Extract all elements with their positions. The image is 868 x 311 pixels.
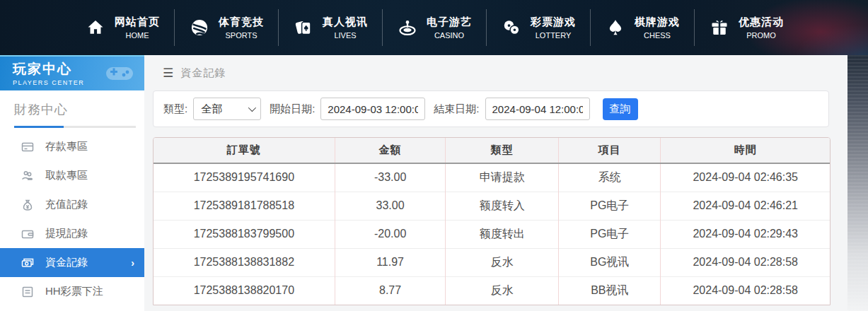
nav-label-zh: 网站首页	[115, 16, 160, 29]
column-header-2: 類型	[446, 138, 559, 163]
sidebar: 玩家中心 PLAYERS CENTER 財務中心 存款專區取款專區充值記錄提現記…	[0, 55, 144, 311]
records-table-container: 訂單號金額類型項目時間 1725389195741690-33.00申请提款系统…	[153, 137, 831, 305]
sidebar-item-label: 存款專區	[45, 140, 88, 153]
nav-label-en: CASINO	[427, 31, 472, 40]
table-cell: 2024-09-04 02:46:21	[661, 192, 830, 220]
table-cell: 2024-09-04 02:29:43	[661, 220, 830, 248]
cashout-icon	[21, 228, 34, 240]
table-cell: 1725389195741690	[154, 163, 335, 192]
sidebar-item-4[interactable]: 資金記錄›	[0, 248, 144, 277]
sidebar-item-label: 提現記錄	[45, 227, 88, 240]
nav-label-zh: 棋牌游戏	[635, 16, 680, 29]
nav-label-zh: 电子游艺	[427, 16, 472, 29]
home-icon	[85, 17, 106, 38]
sidebar-item-2[interactable]: 充值記錄	[0, 190, 144, 219]
section-title: 財務中心	[14, 101, 144, 118]
table-row: 172538813883188211.97反水BG视讯2024-09-04 02…	[154, 248, 830, 276]
lottery-balls-icon	[501, 17, 522, 38]
sidebar-item-label: 充值記錄	[45, 198, 88, 211]
type-select-value: 全部	[201, 102, 222, 116]
column-header-1: 金額	[335, 138, 446, 163]
playing-cards-icon	[293, 17, 314, 38]
withdraw-icon	[21, 170, 34, 182]
nav-label-en: LIVES	[323, 31, 368, 40]
sidebar-item-6[interactable]: 魔宾投註記錄	[0, 306, 144, 311]
records-table: 訂單號金額類型項目時間 1725389195741690-33.00申请提款系统…	[154, 138, 830, 305]
table-cell: 11.97	[335, 248, 446, 276]
funds-icon	[21, 257, 34, 269]
type-label: 類型:	[163, 102, 187, 116]
table-cell: 8.77	[335, 276, 446, 305]
search-button[interactable]: 查詢	[603, 98, 638, 120]
table-cell: BG视讯	[559, 248, 661, 276]
table-cell: 额度转入	[446, 192, 559, 220]
table-cell: 1725388138820170	[154, 276, 335, 305]
table-cell: 反水	[446, 248, 559, 276]
sidebar-item-label: 取款專區	[45, 169, 88, 182]
table-cell: 1725388138831882	[154, 248, 335, 276]
nav-item-lives[interactable]: 真人视讯LIVES	[278, 9, 382, 46]
gamepad-icon	[103, 61, 136, 88]
start-date-label: 開始日期:	[270, 102, 315, 116]
table-cell: PG电子	[559, 220, 661, 248]
column-header-0: 訂單號	[154, 138, 335, 163]
table-cell: 反水	[446, 276, 559, 305]
column-header-4: 時間	[661, 138, 830, 163]
nav-item-sports[interactable]: 体育竞技SPORTS	[174, 9, 278, 46]
chevron-down-icon	[248, 104, 256, 112]
table-row: 172538918178851833.00额度转入PG电子2024-09-04 …	[154, 192, 830, 220]
nav-item-promo[interactable]: 优惠活动PROMO	[694, 9, 798, 46]
nav-label-zh: 优惠活动	[739, 16, 784, 29]
nav-label-en: PROMO	[739, 31, 784, 40]
end-date-label: 結束日期:	[434, 102, 479, 116]
table-cell: PG电子	[559, 192, 661, 220]
table-cell: 2024-09-04 02:28:58	[661, 248, 830, 276]
sidebar-item-label: 資金記錄	[45, 256, 88, 269]
roulette-icon	[397, 17, 418, 38]
table-cell: 33.00	[335, 192, 446, 220]
chevron-right-icon: ›	[131, 257, 134, 269]
sidebar-item-1[interactable]: 取款專區	[0, 161, 144, 190]
nav-item-home[interactable]: 网站首页HOME	[71, 9, 174, 46]
hamburger-icon[interactable]: ☰	[163, 67, 173, 79]
table-body: 1725389195741690-33.00申请提款系统2024-09-04 0…	[154, 163, 830, 305]
table-cell: 系统	[559, 163, 661, 192]
table-cell: -33.00	[335, 163, 446, 192]
table-cell: 2024-09-04 02:46:35	[661, 163, 830, 192]
table-cell: 1725388183799500	[154, 220, 335, 248]
gift-icon	[709, 17, 730, 38]
deposit-icon	[21, 141, 34, 153]
column-header-3: 項目	[559, 138, 661, 163]
nav-item-chess[interactable]: 棋牌游戏CHESS	[590, 9, 694, 46]
table-row: 1725388183799500-20.00额度转出PG电子2024-09-04…	[154, 220, 830, 248]
type-select[interactable]: 全部	[193, 98, 261, 120]
top-nav-items: 网站首页HOME体育竞技SPORTS真人视讯LIVES电子游艺CASINO彩票游…	[0, 0, 868, 55]
nav-item-casino[interactable]: 电子游艺CASINO	[382, 9, 486, 46]
start-date-input[interactable]	[320, 98, 425, 120]
top-nav: 网站首页HOME体育竞技SPORTS真人视讯LIVES电子游艺CASINO彩票游…	[0, 0, 868, 55]
page-title: 資金記錄	[180, 66, 226, 80]
sidebar-item-0[interactable]: 存款專區	[0, 132, 144, 161]
sidebar-item-label: HH彩票下注	[45, 285, 103, 298]
nav-item-lottery[interactable]: 彩票游戏LOTTERY	[486, 9, 590, 46]
table-cell: 额度转出	[446, 220, 559, 248]
recharge-icon	[21, 199, 34, 211]
table-row: 1725389195741690-33.00申请提款系统2024-09-04 0…	[154, 163, 830, 192]
nav-label-en: HOME	[115, 31, 160, 40]
nav-label-en: SPORTS	[219, 31, 264, 40]
table-header-row: 訂單號金額類型項目時間	[154, 138, 830, 163]
table-cell: -20.00	[335, 220, 446, 248]
sports-ball-icon	[189, 17, 210, 38]
nav-label-zh: 体育竞技	[219, 16, 264, 29]
sidebar-menu: 存款專區取款專區充值記錄提現記錄資金記錄›HH彩票下注魔宾投註記錄	[0, 132, 144, 311]
spade-icon	[605, 17, 626, 38]
filter-bar: 類型: 全部 開始日期: 結束日期: 查詢	[153, 90, 829, 127]
table-cell: BB视讯	[559, 276, 661, 305]
section-underline	[14, 126, 136, 128]
end-date-input[interactable]	[485, 98, 590, 120]
sidebar-item-3[interactable]: 提現記錄	[0, 219, 144, 248]
lottery-bet-icon	[21, 286, 34, 298]
sidebar-item-5[interactable]: HH彩票下注	[0, 277, 144, 306]
table-cell: 1725389181788518	[154, 192, 335, 220]
table-cell: 申请提款	[446, 163, 559, 192]
